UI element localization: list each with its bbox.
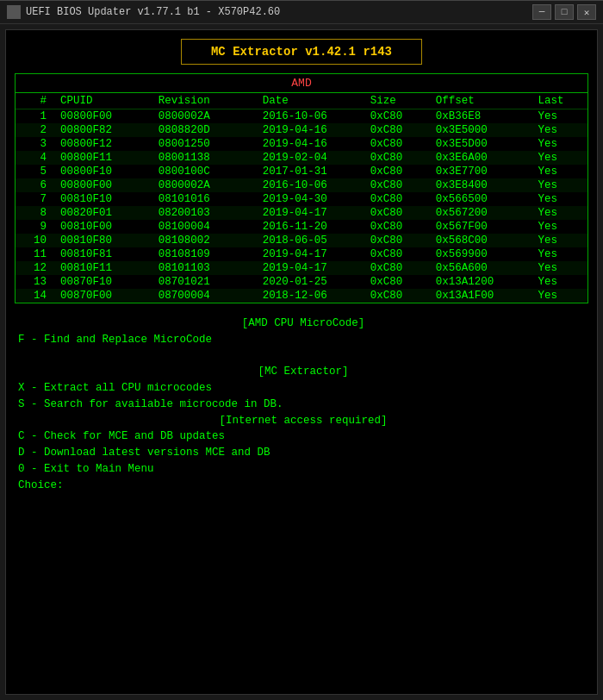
amd-cpu-microcode-label: [AMD CPU MicroCode] (18, 316, 588, 332)
last-cell: Yes (532, 247, 587, 261)
table-row: 1100810F81081081092019-04-170xC800x56990… (16, 247, 587, 261)
last-cell: Yes (532, 151, 587, 165)
cell: 2019-04-16 (256, 137, 364, 151)
amd-header: AMD (16, 74, 587, 93)
cell: 2016-10-06 (256, 109, 364, 124)
col-header-num: # (16, 93, 53, 109)
cell: 5 (16, 165, 53, 178)
cell: 11 (16, 247, 53, 261)
cell: 0xC80 (364, 165, 429, 178)
cell: 0xC80 (364, 220, 429, 234)
last-cell: Yes (532, 137, 587, 151)
cell: 08001138 (152, 151, 256, 165)
cell: 2018-12-06 (256, 289, 364, 303)
cell: 0x567F00 (429, 220, 532, 234)
cell: 0xB36E8 (429, 109, 532, 124)
cell: 00800F10 (53, 165, 152, 178)
choice-label: Choice: (18, 479, 64, 491)
cell: 0x3E6A00 (429, 151, 532, 165)
cell: 00810F80 (53, 234, 152, 247)
cell: 2018-06-05 (256, 234, 364, 247)
cell: 00810F10 (53, 192, 152, 206)
cell: 2019-04-17 (256, 206, 364, 220)
cell: 0x3E5000 (429, 123, 532, 137)
cell: 08108109 (152, 247, 256, 261)
cell: 0xC80 (364, 192, 429, 206)
exit-menu-label: 0 - Exit to Main Menu (18, 463, 154, 475)
internet-required-label: [Internet access required] (18, 413, 588, 429)
cell: 0x567200 (429, 206, 532, 220)
cell: 0xC80 (364, 289, 429, 303)
table-row: 100800F000800002A2016-10-060xC800xB36E8Y… (16, 109, 587, 124)
table-row: 600800F000800002A2016-10-060xC800x3E8400… (16, 178, 587, 192)
cell: 9 (16, 220, 53, 234)
maximize-button[interactable]: □ (555, 4, 574, 20)
app-icon (7, 5, 21, 19)
cell: 00800F00 (53, 109, 152, 124)
cell: 14 (16, 289, 53, 303)
cell: 0xC80 (364, 234, 429, 247)
cell: 0xC80 (364, 206, 429, 220)
download-label: D - Download latest versions MCE and DB (18, 447, 270, 459)
table-row: 1200810F11081011032019-04-170xC800x56A60… (16, 261, 587, 275)
cell: 08200103 (152, 206, 256, 220)
cell: 0x568C00 (429, 234, 532, 247)
search-label: S - Search for available microcode in DB… (18, 398, 283, 410)
last-cell: Yes (532, 165, 587, 178)
cell: 08101103 (152, 261, 256, 275)
cell: 7 (16, 192, 53, 206)
col-header-offset: Offset (429, 93, 532, 109)
cell: 2019-02-04 (256, 151, 364, 165)
cell: 2019-04-17 (256, 261, 364, 275)
col-header-date: Date (256, 93, 364, 109)
cell: 00870F00 (53, 289, 152, 303)
cell: 0xC80 (364, 123, 429, 137)
table-row: 1000810F80081080022018-06-050xC800x568C0… (16, 234, 587, 247)
cell: 08701021 (152, 275, 256, 289)
extractor-title: MC Extractor v1.42.1 r143 (181, 39, 422, 65)
minimize-button[interactable]: ─ (532, 4, 551, 20)
close-button[interactable]: ✕ (577, 4, 596, 20)
table-header-row: # CPUID Revision Date Size Offset Last (16, 93, 587, 109)
cell: 00800F82 (53, 123, 152, 137)
cell: 0800002A (152, 109, 256, 124)
cell: 0808820D (152, 123, 256, 137)
last-cell: Yes (532, 220, 587, 234)
cell: 00800F12 (53, 137, 152, 151)
cell: 00870F10 (53, 275, 152, 289)
cell: 0x3E8400 (429, 178, 532, 192)
table-row: 500800F100800100C2017-01-310xC800x3E7700… (16, 165, 587, 178)
cell: 6 (16, 178, 53, 192)
cell: 08101016 (152, 192, 256, 206)
cell: 08100004 (152, 220, 256, 234)
table-row: 300800F12080012502019-04-160xC800x3E5D00… (16, 137, 587, 151)
cell: 00820F01 (53, 206, 152, 220)
table-row: 900810F00081000042016-11-200xC800x567F00… (16, 220, 587, 234)
cell: 0xC80 (364, 151, 429, 165)
table-row: 800820F01082001032019-04-170xC800x567200… (16, 206, 587, 220)
amd-table-container: AMD # CPUID Revision Date Size Offset La… (15, 73, 588, 303)
cell: 0xC80 (364, 275, 429, 289)
last-cell: Yes (532, 261, 587, 275)
cell: 8 (16, 206, 53, 220)
table-row: 700810F10081010162019-04-300xC800x566500… (16, 192, 587, 206)
cell: 08108002 (152, 234, 256, 247)
check-updates-label: C - Check for MCE and DB updates (18, 430, 225, 442)
last-cell: Yes (532, 275, 587, 289)
cell: 08700004 (152, 289, 256, 303)
mc-extractor-label: [MC Extractor] (18, 364, 588, 380)
cell: 0xC80 (364, 109, 429, 124)
col-header-size: Size (364, 93, 429, 109)
cell: 00810F11 (53, 261, 152, 275)
cell: 2019-04-17 (256, 247, 364, 261)
cell: 0x569900 (429, 247, 532, 261)
title-bar-controls: ─ □ ✕ (532, 4, 596, 20)
extract-all-label: X - Extract all CPU microcodes (18, 382, 212, 394)
cell: 0xC80 (364, 137, 429, 151)
bottom-text-area: [AMD CPU MicroCode] F - Find and Replace… (15, 316, 588, 493)
cell: 13 (16, 275, 53, 289)
col-header-last: Last (532, 93, 587, 109)
cell: 0xC80 (364, 178, 429, 192)
table-row: 1300870F10087010212020-01-250xC800x13A12… (16, 275, 587, 289)
data-table: # CPUID Revision Date Size Offset Last 1… (16, 93, 587, 303)
